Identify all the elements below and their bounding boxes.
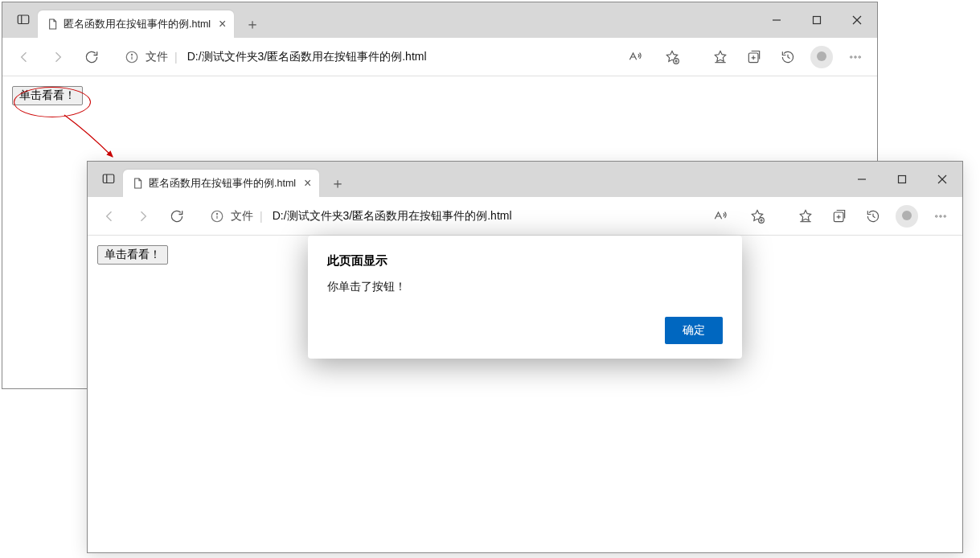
svg-rect-22 xyxy=(899,176,906,183)
toolbar-right xyxy=(789,200,957,232)
menu-button[interactable] xyxy=(839,41,872,73)
avatar-icon xyxy=(810,46,833,68)
svg-point-37 xyxy=(944,215,945,216)
favorites-button[interactable] xyxy=(789,200,822,232)
svg-point-16 xyxy=(851,55,852,57)
tab-close-icon[interactable]: × xyxy=(304,177,311,190)
profile-button[interactable] xyxy=(890,200,924,232)
back-button[interactable] xyxy=(7,41,41,73)
address-scheme: 文件 xyxy=(146,50,168,64)
menu-button[interactable] xyxy=(924,200,957,232)
refresh-button[interactable] xyxy=(160,200,194,232)
tab-actions-button[interactable] xyxy=(94,162,123,197)
alert-dialog: 此页面显示 你单击了按钮！ 确定 xyxy=(308,236,742,359)
toolbar: 文件 | D:/测试文件夹3/匿名函数用在按钮事件的例.html xyxy=(2,38,877,76)
favorites-button[interactable] xyxy=(703,41,737,73)
dialog-actions: 确定 xyxy=(327,317,723,344)
svg-point-8 xyxy=(131,54,132,55)
dialog-title: 此页面显示 xyxy=(327,253,723,269)
add-favorite-button[interactable] xyxy=(657,49,687,65)
browser-tab[interactable]: 匿名函数用在按钮事件的例.html × xyxy=(123,170,319,197)
dialog-ok-button[interactable]: 确定 xyxy=(665,317,723,344)
tab-title: 匿名函数用在按钮事件的例.html xyxy=(64,18,211,31)
svg-point-36 xyxy=(940,215,941,216)
page-icon xyxy=(46,18,59,31)
window-controls xyxy=(842,162,962,197)
close-window-button[interactable] xyxy=(922,162,962,197)
titlebar: 匿名函数用在按钮事件的例.html × ＋ xyxy=(88,162,962,197)
svg-point-18 xyxy=(859,55,860,57)
address-divider: | xyxy=(174,51,178,64)
history-button[interactable] xyxy=(771,41,805,73)
back-button[interactable] xyxy=(92,200,126,232)
minimize-button[interactable] xyxy=(757,2,797,38)
tab-actions-button[interactable] xyxy=(9,2,38,38)
address-bar[interactable]: 文件 | D:/测试文件夹3/匿名函数用在按钮事件的例.html xyxy=(115,43,697,71)
close-window-button[interactable] xyxy=(837,2,877,38)
toolbar: 文件 | D:/测试文件夹3/匿名函数用在按钮事件的例.html xyxy=(88,197,962,236)
svg-rect-19 xyxy=(103,174,114,183)
read-aloud-button[interactable] xyxy=(705,208,736,224)
add-favorite-button[interactable] xyxy=(742,208,773,224)
address-url: D:/测试文件夹3/匿名函数用在按钮事件的例.html xyxy=(273,209,699,224)
collections-button[interactable] xyxy=(737,41,771,73)
browser-tab[interactable]: 匿名函数用在按钮事件的例.html × xyxy=(38,10,234,38)
maximize-button[interactable] xyxy=(882,162,922,197)
address-scheme: 文件 xyxy=(231,209,253,224)
address-bar[interactable]: 文件 | D:/测试文件夹3/匿名函数用在按钮事件的例.html xyxy=(200,203,782,230)
page-icon xyxy=(131,177,144,190)
svg-point-17 xyxy=(855,55,856,57)
site-info-icon[interactable] xyxy=(210,209,224,224)
address-divider: | xyxy=(260,210,263,223)
forward-button[interactable] xyxy=(126,200,160,232)
avatar-icon xyxy=(896,205,918,228)
address-url: D:/测试文件夹3/匿名函数用在按钮事件的例.html xyxy=(187,50,613,64)
window-controls xyxy=(757,2,877,38)
titlebar: 匿名函数用在按钮事件的例.html × ＋ xyxy=(2,2,877,38)
dialog-message: 你单击了按钮！ xyxy=(327,280,723,294)
svg-point-27 xyxy=(216,213,217,214)
svg-rect-0 xyxy=(18,15,29,24)
site-info-icon[interactable] xyxy=(125,50,139,64)
page-content: 单击看看！ 此页面显示 你单击了按钮！ 确定 xyxy=(88,236,962,552)
toolbar-right xyxy=(703,41,872,73)
history-button[interactable] xyxy=(856,200,890,232)
collections-button[interactable] xyxy=(822,200,856,232)
read-aloud-button[interactable] xyxy=(620,49,650,65)
forward-button[interactable] xyxy=(41,41,75,73)
new-tab-button[interactable]: ＋ xyxy=(239,10,266,38)
new-tab-button[interactable]: ＋ xyxy=(324,170,351,197)
minimize-button[interactable] xyxy=(842,162,882,197)
svg-rect-3 xyxy=(814,17,821,24)
maximize-button[interactable] xyxy=(797,2,837,38)
profile-button[interactable] xyxy=(805,41,839,73)
tab-title: 匿名函数用在按钮事件的例.html xyxy=(149,177,296,191)
tab-close-icon[interactable]: × xyxy=(219,18,226,31)
svg-point-35 xyxy=(936,215,937,216)
click-me-button[interactable]: 单击看看！ xyxy=(12,86,83,105)
click-me-button[interactable]: 单击看看！ xyxy=(97,245,168,265)
refresh-button[interactable] xyxy=(75,41,109,73)
browser-window-2: 匿名函数用在按钮事件的例.html × ＋ 文件 | D:/测试文件夹3/匿名函… xyxy=(87,161,963,553)
